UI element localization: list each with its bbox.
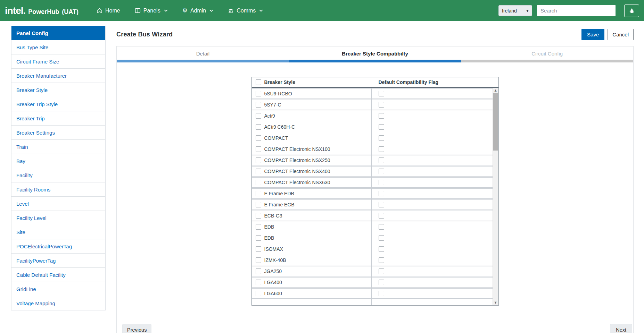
sidebar-item[interactable]: Panel Config (11, 26, 105, 40)
row-select-checkbox[interactable] (256, 246, 261, 252)
sidebar-item[interactable]: GridLine (11, 282, 105, 296)
region-select[interactable]: Ireland ▼ (498, 5, 532, 16)
sidebar-item[interactable]: Cable Default Facility (11, 268, 105, 282)
wizard-step-tab[interactable]: Breaker Style Compatibilty (289, 46, 461, 60)
select-all-checkbox[interactable] (256, 79, 261, 85)
sidebar-item[interactable]: Facility (11, 168, 105, 182)
nav-panels[interactable]: Panels (135, 8, 168, 14)
nav-admin[interactable]: ⚙ Admin (182, 8, 214, 14)
debug-report-button[interactable] (624, 5, 639, 17)
scrollbar-down-arrow[interactable]: ▼ (493, 300, 498, 305)
default-flag-checkbox[interactable] (379, 191, 384, 196)
sidebar-item[interactable]: Bus Type Site (11, 40, 105, 54)
row-select-checkbox[interactable] (256, 113, 261, 119)
topbar-right: Ireland ▼ (498, 5, 639, 17)
default-flag-checkbox[interactable] (379, 135, 384, 141)
default-flag-checkbox[interactable] (379, 257, 384, 263)
nav-home[interactable]: Home (97, 8, 120, 14)
sidebar-item[interactable]: Breaker Settings (11, 126, 105, 140)
wizard-steps: Detail Breaker Style Compatibilty Circui… (117, 46, 633, 60)
default-flag-cell (371, 213, 493, 219)
row-select-checkbox[interactable] (256, 224, 261, 230)
default-flag-checkbox[interactable] (379, 157, 384, 163)
default-flag-checkbox[interactable] (379, 268, 384, 274)
row-select-checkbox[interactable] (256, 135, 261, 141)
default-flag-cell (371, 180, 493, 185)
breaker-style-value: ACti9 C60H-C (264, 124, 295, 130)
row-select-checkbox[interactable] (256, 257, 261, 263)
breaker-style-cell: COMPACT Electronic NSX100 (252, 146, 371, 152)
default-flag-checkbox[interactable] (379, 113, 384, 119)
default-flag-checkbox[interactable] (379, 180, 384, 185)
default-flag-checkbox[interactable] (379, 91, 384, 96)
row-select-checkbox[interactable] (256, 91, 261, 96)
breaker-style-value: COMPACT Electronic NSX630 (264, 180, 330, 185)
default-flag-checkbox[interactable] (379, 213, 384, 219)
sidebar-item[interactable]: Breaker Trip (11, 111, 105, 126)
row-select-checkbox[interactable] (256, 124, 261, 130)
row-select-checkbox[interactable] (256, 235, 261, 241)
row-select-checkbox[interactable] (256, 213, 261, 219)
sidebar-item[interactable]: Circuit Frame Size (11, 54, 105, 69)
sidebar-item-label: Breaker Style (16, 87, 48, 93)
default-flag-cell (371, 91, 493, 96)
sidebar-item[interactable]: Voltage Mapping (11, 296, 105, 310)
sidebar-item[interactable]: POCElectricalPowerTag (11, 239, 105, 254)
sidebar-item-label: Voltage Mapping (16, 300, 55, 306)
row-select-checkbox[interactable] (256, 180, 261, 185)
default-flag-cell (371, 202, 493, 207)
sidebar-item[interactable]: Train (11, 140, 105, 154)
default-flag-checkbox[interactable] (379, 280, 384, 285)
save-button[interactable]: Save (581, 29, 604, 40)
table-row: E Frame EDB (252, 188, 493, 199)
nav-comms[interactable]: Comms (228, 8, 263, 14)
row-select-checkbox[interactable] (256, 202, 261, 207)
row-select-checkbox[interactable] (256, 291, 261, 296)
next-button[interactable]: Next (610, 324, 632, 333)
row-select-checkbox[interactable] (256, 268, 261, 274)
cancel-button[interactable]: Cancel (608, 29, 634, 40)
default-flag-checkbox[interactable] (379, 291, 384, 296)
search-input[interactable] (537, 5, 616, 16)
row-select-checkbox[interactable] (256, 102, 261, 108)
default-flag-checkbox[interactable] (379, 169, 384, 174)
default-flag-checkbox[interactable] (379, 246, 384, 252)
default-flag-checkbox[interactable] (379, 146, 384, 152)
row-select-checkbox[interactable] (256, 157, 261, 163)
scrollbar-thumb[interactable] (493, 93, 498, 151)
default-flag-checkbox[interactable] (379, 102, 384, 108)
sidebar-item[interactable]: FacilityPowerTag (11, 254, 105, 268)
sidebar-item[interactable]: Bay (11, 154, 105, 168)
sidebar-item[interactable]: Breaker Manufacturer (11, 69, 105, 83)
default-flag-cell (371, 224, 493, 230)
sidebar-item[interactable]: Site (11, 225, 105, 239)
breaker-style-value: E Frame EGB (264, 202, 295, 207)
default-flag-cell (371, 157, 493, 163)
row-select-checkbox[interactable] (256, 191, 261, 196)
table-row: E Frame EGB (252, 199, 493, 210)
breaker-style-cell: COMPACT Electronic NSX250 (252, 157, 371, 163)
default-flag-checkbox[interactable] (379, 202, 384, 207)
row-select-checkbox[interactable] (256, 146, 261, 152)
default-flag-checkbox[interactable] (379, 224, 384, 230)
wizard-step-tab[interactable]: Detail (117, 46, 289, 60)
table-row: IZMX-40B (252, 255, 493, 265)
breaker-style-cell: ACti9 C60H-C (252, 124, 371, 130)
wizard-progress-segment (289, 60, 461, 62)
sidebar-item[interactable]: Breaker Style (11, 83, 105, 97)
default-flag-checkbox[interactable] (379, 235, 384, 241)
sidebar-item[interactable]: Facility Rooms (11, 182, 105, 197)
row-select-checkbox[interactable] (256, 280, 261, 285)
sidebar-item[interactable]: Breaker Trip Style (11, 97, 105, 111)
sidebar-item[interactable]: Level (11, 197, 105, 211)
default-flag-cell (371, 169, 493, 174)
sidebar-item[interactable]: Facility Level (11, 211, 105, 225)
breaker-style-value: EDB (264, 235, 274, 241)
row-select-checkbox[interactable] (256, 169, 261, 174)
default-flag-checkbox[interactable] (379, 124, 384, 130)
column-header-default-flag: Default Compatibility Flag (379, 79, 439, 85)
table-scrollbar[interactable]: ▲ ▼ (493, 88, 498, 305)
previous-button[interactable]: Previous (122, 324, 151, 333)
scrollbar-up-arrow[interactable]: ▲ (493, 88, 498, 93)
wizard-step-tab[interactable]: Circuit Config (461, 46, 633, 60)
